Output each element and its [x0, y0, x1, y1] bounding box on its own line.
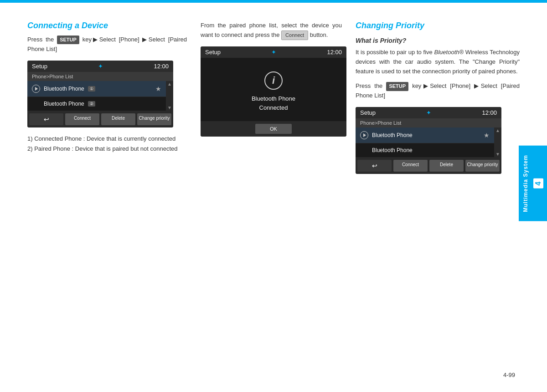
info-icon: i [264, 71, 283, 90]
changing-priority-title: Changing Priority [356, 21, 520, 31]
middle-column: From the paired phone list, select the d… [196, 21, 351, 180]
list-item-1: 1) Connected Phone : Device that is curr… [27, 134, 187, 144]
scroll-up-arrow-3[interactable]: ▲ [495, 128, 500, 133]
dialog-content: i Bluetooth Phone Connected [201, 58, 346, 121]
scroll-down-arrow-3[interactable]: ▼ [495, 152, 500, 157]
para1: It is possible to pair up to five [356, 49, 433, 56]
connect-inline-btn: Connect [281, 31, 308, 41]
screen1-list: Bluetooth Phone ① ★ Bluetooth Phone ② [27, 81, 166, 111]
scroll-up-arrow[interactable]: ▲ [167, 82, 172, 87]
left-column: Connecting a Device Press the SETUP key▶… [27, 21, 196, 180]
screen3-item1-label: Bluetooth Phone [372, 132, 413, 138]
connect-button-1[interactable]: Connect [65, 113, 99, 125]
delete-button-1[interactable]: Delete [101, 113, 135, 125]
bluetooth-icon-1: ✦ [98, 63, 103, 70]
list-item[interactable]: Bluetooth Phone ① ★ [27, 81, 166, 97]
bluetooth-italic: Bluetooth® [434, 49, 464, 56]
play-triangle-3 [363, 133, 366, 137]
bluetooth-icon-3: ✦ [426, 109, 431, 116]
item1-label: Bluetooth Phone [44, 86, 84, 92]
bluetooth-icon-2: ✦ [271, 49, 276, 56]
connect-button-3[interactable]: Connect [393, 160, 428, 172]
screen2: Setup ✦ 12:00 i Bluetooth Phone Connecte… [201, 46, 346, 137]
play-icon-3 [360, 131, 368, 139]
back-button[interactable]: ↩ [29, 113, 63, 125]
screen2-title: Setup [205, 49, 221, 56]
connecting-device-title: Connecting a Device [27, 21, 187, 31]
screen1-footer: ↩ Connect Delete Change priority [27, 111, 173, 127]
screen3-time: 12:00 [482, 109, 497, 116]
screen3-subheader: Phone>Phone List [356, 118, 501, 127]
page-number: 4-99 [503, 372, 515, 378]
star-icon-1: ★ [155, 85, 161, 92]
change-priority-button-3[interactable]: Change priority [465, 160, 500, 172]
connecting-intro: Press the SETUP key▶Select [Phone] ▶Sele… [27, 35, 187, 54]
setup-badge-left: SETUP [57, 36, 79, 45]
dialog-footer: OK [201, 121, 346, 137]
ok-button[interactable]: OK [255, 124, 292, 134]
sidebar-tab-label: Multimedia System [522, 155, 529, 212]
screen1: Setup ✦ 12:00 Phone>Phone List Bluetooth… [27, 61, 173, 127]
screen3-header: Setup ✦ 12:00 [356, 107, 501, 118]
screen1-header: Setup ✦ 12:00 [27, 61, 173, 72]
screen3-footer: ↩ Connect Delete Change priority [356, 158, 501, 174]
right-press-1: Press the [356, 82, 382, 89]
scroll-down-arrow[interactable]: ▼ [167, 106, 172, 110]
item1-num: ① [88, 86, 95, 92]
change-priority-button-1[interactable]: Change priority [137, 113, 171, 125]
sidebar-tab: Multimedia System 4 [519, 146, 547, 221]
dialog-text: Bluetooth Phone Connected [252, 94, 295, 112]
sidebar-tab-number: 4 [533, 178, 543, 188]
right-press-text: Press the SETUP key▶Select [Phone] ▶Sele… [356, 81, 520, 101]
screen3-list-wrapper: Bluetooth Phone ★ Bluetooth Phone ▲ ▼ [356, 127, 501, 158]
delete-button-3[interactable]: Delete [429, 160, 464, 172]
item2-label: Bluetooth Phone [44, 101, 84, 107]
numbered-list: 1) Connected Phone : Device that is curr… [27, 134, 187, 154]
priority-description: It is possible to pair up to five Blueto… [356, 48, 520, 76]
screen3: Setup ✦ 12:00 Phone>Phone List Bluetooth… [356, 107, 501, 174]
screen2-time: 12:00 [327, 49, 342, 56]
middle-intro-end: button. [310, 31, 328, 38]
screen1-scrollbar: ▲ ▼ [166, 81, 173, 111]
screen2-header: Setup ✦ 12:00 [201, 46, 346, 58]
right-column: Changing Priority What is Priority? It i… [351, 21, 520, 180]
list-item[interactable]: Bluetooth Phone ② [27, 97, 166, 111]
screen3-title: Setup [360, 109, 376, 116]
press-text: Press the [27, 36, 54, 43]
middle-intro: From the paired phone list, select the d… [201, 21, 342, 40]
screen3-list: Bluetooth Phone ★ Bluetooth Phone [356, 127, 494, 158]
list-item[interactable]: Bluetooth Phone [356, 143, 494, 158]
list-item-2: 2) Paired Phone : Device that is paired … [27, 144, 187, 154]
setup-badge-right: SETUP [386, 82, 408, 91]
dialog-line1: Bluetooth Phone [252, 94, 295, 103]
star-icon-3: ★ [484, 132, 490, 139]
screen3-scrollbar: ▲ ▼ [494, 127, 501, 158]
what-is-priority-title: What is Priority? [356, 37, 520, 44]
screen3-item2-label: Bluetooth Phone [372, 147, 413, 153]
screen1-subheader: Phone>Phone List [27, 72, 173, 81]
screen1-time: 12:00 [154, 63, 169, 70]
play-triangle [35, 87, 38, 91]
item2-num: ② [88, 101, 95, 107]
play-icon [32, 85, 40, 93]
list-item[interactable]: Bluetooth Phone ★ [356, 127, 494, 143]
screen1-list-wrapper: Bluetooth Phone ① ★ Bluetooth Phone ② ▲ … [27, 81, 173, 111]
dialog-line2: Connected [252, 103, 295, 112]
back-button-3[interactable]: ↩ [357, 160, 392, 172]
screen1-title: Setup [32, 63, 47, 70]
